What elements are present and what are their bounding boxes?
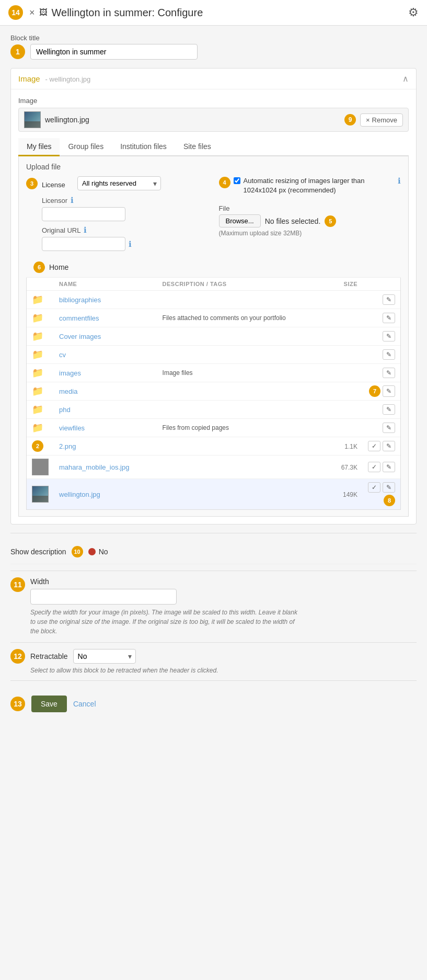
autoresize-checkbox[interactable] [234,177,240,184]
folder-icon: 📁 [32,349,43,360]
folder-link-commentfiles[interactable]: commentfiles [59,314,99,322]
folder-desc-cell [157,291,329,309]
retractable-select[interactable]: No Yes Automatically [73,649,136,664]
header-left: 14 × 🖼 Wellington in summer: Configure [8,5,203,20]
table-row: 📁 phd ✎ [27,401,400,419]
folder-link-viewfiles[interactable]: viewfiles [59,424,85,432]
file-size-2png: 1.1K [344,443,357,450]
no-files-text: No files selected. [265,217,321,225]
original-url-info-icon[interactable]: ℹ [84,225,87,235]
image-card-filename: - wellington.jpg [45,75,91,83]
folder-desc-cell: Files attached to comments on your portf… [157,309,329,327]
folder-edit-btn-viewfiles[interactable]: ✎ [383,423,395,433]
width-input[interactable] [30,589,177,605]
folder-icon: 📁 [32,313,43,323]
upload-section: Upload file 3 License All rights reserve… [18,156,409,517]
folder-name-cell: media [54,382,157,401]
folder-link-cv[interactable]: cv [59,351,66,359]
cancel-link[interactable]: Cancel [73,700,96,708]
folder-actions-cell: ✎ [363,327,400,346]
original-url-info2-icon[interactable]: ℹ [129,240,132,249]
block-title-badge: 1 [10,44,25,59]
home-section: NAME DESCRIPTION / TAGS SIZE 📁 [26,278,401,510]
file-select-btn-2png[interactable]: ✓ [368,441,380,451]
folder-link-images[interactable]: images [59,369,81,377]
licensor-info-icon[interactable]: ℹ [71,196,74,205]
file-link-wellington[interactable]: wellington.jpg [59,491,100,498]
folder-edit-btn-bibliographies[interactable]: ✎ [383,294,395,305]
image-filename: wellington.jpg [45,116,89,124]
folder-edit-btn-phd[interactable]: ✎ [383,404,395,415]
retractable-select-wrapper: No Yes Automatically ▾ [73,649,136,664]
close-tab-icon[interactable]: × [29,7,35,18]
toggle-switch[interactable]: No [88,548,108,556]
image-preview-row: wellington.jpg 9 × Remove [18,108,409,132]
table-row: 📁 Cover images ✎ [27,327,400,346]
col-desc: DESCRIPTION / TAGS [157,278,329,291]
width-section: 11 Width Specify the width for your imag… [10,577,417,636]
file-edit-btn-mahara[interactable]: ✎ [383,462,395,472]
tab-institution-files[interactable]: Institution files [112,138,175,156]
folder-edit-btn-commentfiles[interactable]: ✎ [383,313,395,323]
file-edit-btn-wellington[interactable]: ✎ [383,482,395,493]
folder-name-cell: phd [54,401,157,419]
toggle-value: No [99,548,108,556]
gear-icon[interactable]: ⚙ [408,6,419,19]
col-actions [363,278,400,291]
folder-link-media[interactable]: media [59,388,77,395]
tab-site-files[interactable]: Site files [175,138,220,156]
remove-button[interactable]: × Remove [360,113,403,127]
remove-x-icon: × [366,116,370,124]
file-select-btn-wellington[interactable]: ✓ [368,482,380,493]
action-row: 13 Save Cancel [10,687,417,721]
file-link-mahara[interactable]: mahara_mobile_ios.jpg [59,463,129,471]
folder-name-cell: viewfiles [54,419,157,437]
folder-edit-btn-media[interactable]: ✎ [383,385,395,397]
folder-edit-btn-images[interactable]: ✎ [383,368,395,378]
folder-actions-cell: 7 ✎ [363,382,400,401]
file-link-2png[interactable]: 2.png [59,442,76,450]
folder-actions-cell: ✎ [363,346,400,364]
licensor-input[interactable] [42,207,125,221]
autoresize-info-icon[interactable]: ℹ [398,176,401,186]
collapse-icon[interactable]: ∧ [402,74,409,84]
file-actions-cell: ✓✎ [363,437,400,455]
file-icon-cell: 2 [27,437,54,455]
block-title-input[interactable] [30,44,198,60]
folder-actions-cell: ✎ [363,364,400,382]
folder-desc-cell: Image files [157,364,329,382]
remove-area: 9 × Remove [344,113,403,127]
file-tabs: My files Group files Institution files S… [18,138,409,156]
tab-number-badge: 14 [8,5,23,20]
image-card-header-title-group: Image - wellington.jpg [18,74,90,83]
folder-icon: 📁 [32,404,43,415]
image-section-label: Image [18,97,409,105]
save-button[interactable]: Save [31,696,67,712]
folder-actions-cell: ✎ [363,309,400,327]
folder-icon-cell: 📁 [27,327,54,346]
retractable-badge: 12 [10,649,25,664]
folder-edit-btn-coverimages[interactable]: ✎ [383,331,395,341]
folder-size-cell [328,346,363,364]
image-card-header: Image - wellington.jpg ∧ [11,69,416,89]
table-row: 📁 media 7 ✎ [27,382,400,401]
folder-edit-btn-cv[interactable]: ✎ [383,349,395,360]
show-description-badge: 10 [72,546,83,557]
browse-button[interactable]: Browse... [219,214,261,227]
file-select-btn-mahara[interactable]: ✓ [368,462,380,472]
actions-badge: 13 [10,697,25,711]
table-row: 📁 cv ✎ [27,346,400,364]
width-content: Width Specify the width for your image (… [30,577,417,636]
tab-my-files[interactable]: My files [18,138,60,156]
original-url-input[interactable] [42,237,125,251]
license-select[interactable]: All rights reserved Creative Commons Pub… [77,176,161,190]
width-label: Width [30,577,417,586]
folder-link-phd[interactable]: phd [59,406,71,414]
retractable-section: 12 Retractable No Yes Automatically ▾ Se… [10,649,417,674]
table-row: 📁 images Image files ✎ [27,364,400,382]
file-edit-btn-2png[interactable]: ✎ [383,441,395,451]
folder-link-coverimages[interactable]: Cover images [59,333,101,340]
tab-group-files[interactable]: Group files [60,138,112,156]
folder-link-bibliographies[interactable]: bibliographies [59,296,101,304]
retractable-row: Retractable No Yes Automatically ▾ [30,649,417,664]
